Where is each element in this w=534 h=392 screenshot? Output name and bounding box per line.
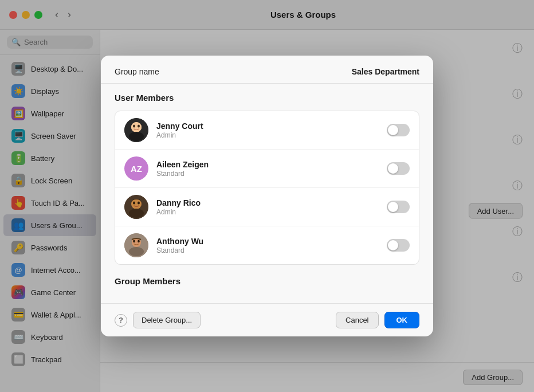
group-members-section: Group Members [115, 276, 419, 286]
modal-overlay: Group name Sales Department User Members [0, 0, 534, 392]
footer-right: Cancel OK [336, 312, 419, 328]
aileen-name: Aileen Zeigen [156, 160, 379, 169]
svg-point-13 [133, 240, 135, 242]
jenny-toggle[interactable] [387, 124, 410, 136]
anthony-role: Standard [156, 246, 379, 254]
footer-left: ? Delete Group... [115, 312, 201, 328]
jenny-name: Jenny Court [156, 121, 379, 131]
svg-point-15 [129, 247, 144, 256]
group-name-row: Group name Sales Department [115, 67, 419, 76]
svg-point-2 [131, 122, 142, 132]
svg-point-8 [133, 202, 135, 205]
danny-name: Danny Rico [156, 198, 379, 207]
jenny-info: Jenny Court Admin [156, 121, 379, 139]
main-window: ‹ › Users & Groups 🔍 🖥️ Desktop & Do... … [0, 0, 534, 392]
aileen-initials: AZ [131, 164, 142, 174]
svg-point-5 [129, 132, 144, 141]
avatar-jenny [124, 118, 148, 142]
jenny-role: Admin [156, 131, 379, 139]
ok-button[interactable]: OK [384, 312, 420, 328]
members-list: Jenny Court Admin AZ Aileen Zeigen Stand… [115, 111, 419, 265]
anthony-avatar-svg [124, 233, 148, 257]
group-name-value: Sales Department [352, 67, 419, 76]
svg-point-7 [131, 199, 142, 209]
danny-toggle[interactable] [387, 201, 410, 213]
member-row-aileen: AZ Aileen Zeigen Standard [115, 150, 419, 188]
svg-point-3 [133, 125, 135, 128]
cancel-button[interactable]: Cancel [336, 312, 378, 328]
modal-dialog: Group name Sales Department User Members [101, 56, 433, 336]
avatar-aileen: AZ [124, 156, 148, 181]
aileen-info: Aileen Zeigen Standard [156, 160, 379, 178]
danny-info: Danny Rico Admin [156, 198, 379, 216]
group-members-title: Group Members [115, 276, 419, 286]
member-row-jenny: Jenny Court Admin [115, 111, 419, 150]
modal-header: Group name Sales Department [101, 56, 433, 84]
group-name-label: Group name [115, 67, 159, 76]
user-members-title: User Members [115, 93, 419, 103]
avatar-danny [124, 195, 148, 219]
svg-point-14 [138, 240, 140, 242]
aileen-toggle[interactable] [387, 162, 410, 175]
help-button[interactable]: ? [115, 314, 127, 327]
jenny-avatar-svg [124, 118, 148, 142]
svg-point-4 [138, 125, 140, 128]
danny-role: Admin [156, 208, 379, 216]
delete-group-button[interactable]: Delete Group... [133, 312, 201, 328]
svg-point-10 [129, 209, 144, 218]
aileen-role: Standard [156, 170, 379, 178]
avatar-anthony [124, 233, 148, 257]
anthony-name: Anthony Wu [156, 237, 379, 246]
member-row-danny: Danny Rico Admin [115, 188, 419, 226]
modal-body: User Members [101, 84, 433, 303]
anthony-toggle[interactable] [387, 239, 410, 252]
anthony-info: Anthony Wu Standard [156, 237, 379, 254]
member-row-anthony: Anthony Wu Standard [115, 226, 419, 264]
svg-point-9 [138, 202, 140, 205]
danny-avatar-svg [124, 195, 148, 219]
modal-footer: ? Delete Group... Cancel OK [101, 303, 433, 336]
